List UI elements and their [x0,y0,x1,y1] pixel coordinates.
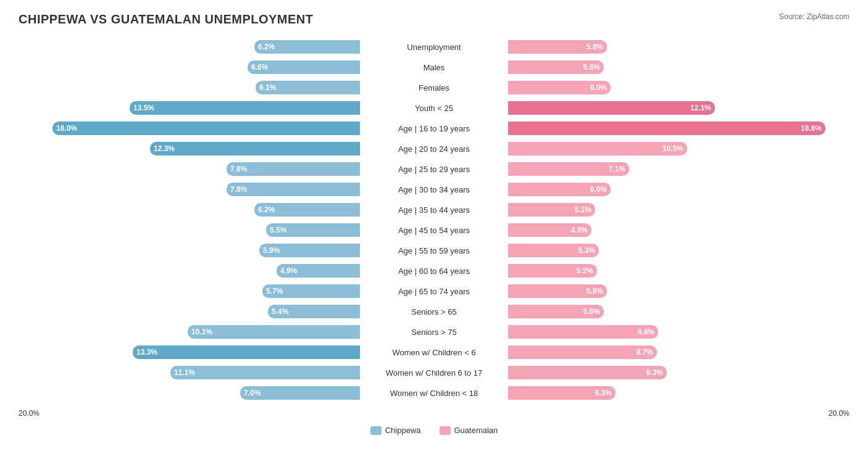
bar-right: 9.3% [508,366,667,379]
bar-left: 12.3% [150,142,360,155]
bar-right: 6.3% [508,386,616,400]
left-bar-container: 5.4% [19,305,360,318]
legend-guatemalan: Guatemalan [440,426,498,435]
bar-left: 18.0% [52,122,360,135]
bar-value-right: 5.3% [578,246,595,255]
left-bar-container: 5.7% [19,284,360,298]
legend-guatemalan-label: Guatemalan [454,426,498,435]
bar-center-label: Seniors > 75 [360,328,508,337]
left-bar-container: 5.5% [19,223,360,237]
table-row: 5.9%Age | 55 to 59 years5.3% [19,241,849,260]
table-row: 6.1%Females6.0% [19,78,849,97]
right-bar-container: 5.2% [508,264,849,278]
bar-value-left: 6.1% [259,83,276,92]
bar-left: 6.1% [256,81,360,94]
bar-value-left: 13.3% [136,348,157,357]
axis-right-label: 20.0% [828,409,849,418]
table-row: 5.7%Age | 65 to 74 years5.8% [19,282,849,300]
bars-area: 6.2%Unemployment5.8%6.6%Males5.6%6.1%Fem… [19,38,849,402]
bar-value-right: 12.1% [690,104,711,112]
chart-header: CHIPPEWA VS GUATEMALAN UNEMPLOYMENT Sour… [19,12,849,27]
bar-value-right: 8.7% [636,348,653,357]
legend-chippewa-box [370,426,382,435]
bar-center-label: Age | 55 to 59 years [360,246,508,255]
left-bar-container: 13.5% [19,101,360,115]
left-bar-container: 7.0% [19,386,360,400]
bar-left: 5.7% [262,284,360,298]
table-row: 7.0%Women w/ Children < 186.3% [19,384,849,402]
bar-value-left: 6.2% [258,205,275,214]
bar-center-label: Age | 60 to 64 years [360,267,508,276]
right-bar-container: 4.9% [508,223,849,237]
bar-value-right: 5.8% [586,287,603,295]
bar-center-label: Age | 25 to 29 years [360,165,508,174]
bar-left: 13.5% [130,101,360,115]
bar-left: 11.1% [170,366,360,379]
bar-left: 7.8% [227,183,360,196]
table-row: 6.2%Unemployment5.8% [19,38,849,56]
bar-center-label: Youth < 25 [360,104,508,113]
bar-value-left: 6.6% [251,63,268,72]
bar-value-left: 11.1% [174,368,195,377]
bar-value-left: 18.0% [56,124,77,133]
bar-center-label: Males [360,63,508,72]
axis-right: 20.0% [582,407,849,418]
table-row: 12.3%Age | 20 to 24 years10.5% [19,139,849,158]
legend-chippewa: Chippewa [370,426,421,435]
table-row: 10.1%Seniors > 758.8% [19,323,849,341]
bar-center-label: Age | 16 to 19 years [360,124,508,133]
left-bar-container: 5.9% [19,244,360,257]
bar-value-right: 9.3% [646,368,663,377]
legend: Chippewa Guatemalan [19,426,849,435]
right-bar-container: 18.6% [508,122,849,135]
bar-center-label: Women w/ Children 6 to 17 [360,368,508,378]
table-row: 7.8%Age | 30 to 34 years6.0% [19,180,849,199]
bar-value-right: 10.5% [662,144,683,153]
axis-left-label: 20.0% [19,409,40,418]
bar-value-right: 5.6% [583,63,600,72]
bar-value-right: 4.9% [571,226,588,234]
bar-value-left: 5.9% [263,246,280,255]
bar-right: 5.1% [508,203,595,217]
table-row: 7.8%Age | 25 to 29 years7.1% [19,160,849,178]
bar-center-label: Age | 45 to 54 years [360,226,508,235]
bar-right: 4.9% [508,223,591,237]
bar-center-label: Unemployment [360,43,508,52]
right-bar-container: 6.3% [508,386,849,400]
bar-left: 5.5% [266,223,360,237]
bar-left: 4.9% [277,264,360,278]
bar-value-left: 5.5% [270,226,286,234]
bar-right: 5.6% [508,305,604,318]
left-bar-container: 4.9% [19,264,360,278]
table-row: 18.0%Age | 16 to 19 years18.6% [19,119,849,138]
bar-value-left: 5.4% [272,307,288,316]
bar-right: 5.8% [508,40,607,54]
bar-left: 5.4% [268,305,360,318]
chart-title: CHIPPEWA VS GUATEMALAN UNEMPLOYMENT [19,12,314,27]
bar-right: 6.0% [508,183,611,196]
bar-right: 5.6% [508,60,604,74]
bar-left: 13.3% [133,345,360,359]
left-bar-container: 6.1% [19,81,360,94]
bar-left: 6.6% [248,60,360,74]
bar-value-right: 5.2% [577,267,593,275]
bar-left: 7.0% [240,386,360,400]
right-bar-container: 8.8% [508,325,849,339]
bar-value-left: 7.0% [244,389,261,397]
chart-container: CHIPPEWA VS GUATEMALAN UNEMPLOYMENT Sour… [0,0,868,460]
right-bar-container: 9.3% [508,366,849,379]
bar-value-right: 5.1% [575,205,591,214]
left-bar-container: 10.1% [19,325,360,339]
left-bar-container: 6.2% [19,40,360,54]
left-bar-container: 13.3% [19,345,360,359]
bar-value-right: 8.8% [638,328,654,336]
table-row: 13.5%Youth < 2512.1% [19,99,849,117]
bar-right: 8.7% [508,345,657,359]
bar-right: 18.6% [508,122,825,135]
right-bar-container: 10.5% [508,142,849,155]
bar-center-label: Seniors > 65 [360,307,508,316]
table-row: 11.1%Women w/ Children 6 to 179.3% [19,363,849,382]
bar-center-label: Females [360,83,508,93]
table-row: 6.6%Males5.6% [19,58,849,76]
legend-guatemalan-box [440,426,451,435]
